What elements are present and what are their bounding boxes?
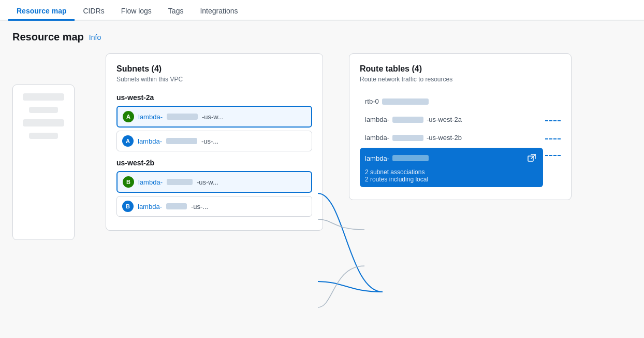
subnet-suffix-az1-1: -us-w... [202,113,224,121]
route-id-row-4: lambda- [365,154,521,162]
dashed-right-3 [545,138,561,139]
subnet-name-az1-2: lambda- [138,137,162,145]
route-name-4: lambda- [365,154,389,162]
route-row-4-wrapper: lambda- 2 subnet associations [360,148,561,189]
rtb-prefix-1: rtb-0 [365,97,379,105]
rtb-redacted-1 [382,98,429,105]
route-details-4: 2 subnet associations 2 routes including… [360,166,543,187]
route-detail-routes: 2 routes including local [365,176,538,183]
route-row-2-wrapper: lambda- -us-west-2a [360,111,561,130]
tab-integrations[interactable]: Integrations [192,3,246,21]
route-name-3: lambda- [365,134,389,142]
route-item-1[interactable]: rtb-0 [360,93,561,109]
route-suffix-2: -us-west-2a [427,116,462,123]
route-id-row-2: lambda- -us-west-2a [365,116,538,123]
route-tables-card: Route tables (4) Route network traffic t… [349,53,572,200]
tab-bar: Resource map CIDRs Flow logs Tags Integr… [0,0,644,21]
route-redacted-3 [392,135,423,141]
route-redacted-4 [392,155,429,161]
subnet-item-az2-1[interactable]: B lambda- -us-w... [116,171,312,193]
az-label-2: us-west-2b [116,159,312,167]
subnet-item-az1-2[interactable]: A lambda- -us-... [116,131,312,151]
placeholder-bar-1 [23,93,64,101]
subnet-badge-az1-1: A [123,111,134,122]
route-row-3-wrapper: lambda- -us-west-2b [360,130,561,148]
subnet-id-redacted-az2-2 [166,203,187,209]
subnets-card-title: Subnets (4) [116,64,312,74]
route-id-row-3: lambda- -us-west-2b [365,134,538,142]
tab-resource-map[interactable]: Resource map [8,3,75,21]
subnet-name-az2-2: lambda- [138,203,162,210]
subnets-card: Subnets (4) Subnets within this VPC us-w… [106,53,323,231]
subnet-suffix-az1-2: -us-... [201,137,218,145]
route-item-3[interactable]: lambda- -us-west-2b [360,130,543,146]
route-id-row-1: rtb-0 [365,97,555,105]
info-link[interactable]: Info [89,33,101,41]
page-content: Resource map Info Subnets (4) Sub [0,21,644,333]
route-item-4[interactable]: lambda- [360,148,543,168]
subnet-badge-az1-2: A [122,135,134,147]
subnet-badge-az2-2: B [122,201,134,212]
route-redacted-2 [392,117,423,123]
placeholder-bar-4 [29,133,58,139]
tab-flow-logs[interactable]: Flow logs [113,3,160,21]
subnets-card-subtitle: Subnets within this VPC [116,76,312,83]
subnet-badge-az2-1: B [123,176,134,188]
route-name-2: lambda- [365,116,389,123]
route-tables-card-title: Route tables (4) [360,64,561,74]
subnet-item-az1-1[interactable]: A lambda- -us-w... [116,106,312,128]
tab-tags[interactable]: Tags [160,3,192,21]
subnet-name-az1-1: lambda- [138,113,163,121]
subnet-name-az2-1: lambda- [138,178,163,186]
tab-cidrs[interactable]: CIDRs [75,3,112,21]
page-header: Resource map Info [12,31,632,43]
route-tables-card-subtitle: Route network traffic to resources [360,76,561,83]
page-title: Resource map [12,31,84,43]
dashed-right-2 [545,120,561,121]
subnet-id-redacted-az2-1 [167,179,193,185]
map-area: Subnets (4) Subnets within this VPC us-w… [12,53,632,323]
subnet-item-az2-2[interactable]: B lambda- -us-... [116,196,312,217]
subnet-id-redacted-az1-2 [166,138,197,144]
left-placeholder-card [12,84,75,240]
route-item-4-container: lambda- 2 subnet associations [360,148,543,189]
subnet-id-redacted-az1-1 [167,114,198,120]
route-detail-associations: 2 subnet associations [365,168,538,176]
dashed-right-4 [545,155,561,156]
external-link-button[interactable] [525,152,538,164]
route-suffix-3: -us-west-2b [427,134,462,142]
subnet-suffix-az2-1: -us-w... [197,178,218,186]
subnet-suffix-az2-2: -us-... [191,203,208,210]
placeholder-bar-2 [29,107,58,113]
placeholder-bar-3 [23,119,64,126]
az-label-1: us-west-2a [116,93,312,102]
route-item-2[interactable]: lambda- -us-west-2a [360,111,543,128]
